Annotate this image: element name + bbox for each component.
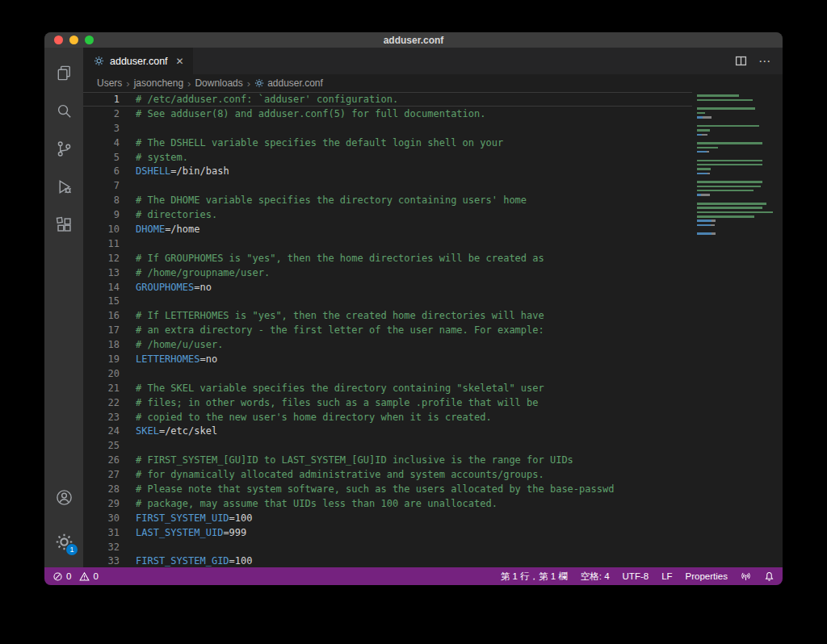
line-number[interactable]: 15 xyxy=(83,295,120,307)
split-editor-icon[interactable] xyxy=(735,55,747,67)
line-number[interactable]: 23 xyxy=(83,412,120,423)
cursor-position[interactable]: 第 1 行，第 1 欄 xyxy=(501,571,568,583)
line-number[interactable]: 20 xyxy=(83,368,120,379)
breadcrumb-item[interactable]: adduser.conf xyxy=(254,77,323,89)
code-line[interactable]: 8# The DHOME variable specifies the dire… xyxy=(83,193,783,207)
line-number[interactable]: 8 xyxy=(83,194,120,206)
close-window-button[interactable] xyxy=(54,36,63,44)
line-content: # FIRST_SYSTEM_[GU]ID to LAST_SYSTEM_[GU… xyxy=(136,454,573,466)
line-number[interactable]: 32 xyxy=(83,542,120,553)
line-number[interactable]: 7 xyxy=(83,180,120,191)
code-line[interactable]: 13# /home/groupname/user. xyxy=(83,266,783,280)
line-number[interactable]: 26 xyxy=(83,454,120,466)
extensions-icon[interactable] xyxy=(44,206,83,244)
line-number[interactable]: 22 xyxy=(83,397,120,408)
problems-indicator[interactable]: 0 0 xyxy=(52,571,99,582)
line-number[interactable]: 9 xyxy=(83,209,120,220)
code-line[interactable]: 23# copied to the new user's home direct… xyxy=(83,410,783,424)
line-content: # system. xyxy=(136,152,188,163)
line-number[interactable]: 2 xyxy=(83,108,120,119)
minimize-window-button[interactable] xyxy=(69,36,78,44)
indent-setting[interactable]: 空格: 4 xyxy=(581,571,610,583)
error-count: 0 xyxy=(66,571,71,581)
line-number[interactable]: 14 xyxy=(83,282,120,293)
code-line[interactable]: 30FIRST_SYSTEM_UID=100 xyxy=(83,511,783,525)
code-line[interactable]: 18# /home/u/user. xyxy=(83,337,783,352)
line-number[interactable]: 28 xyxy=(83,483,120,495)
line-number[interactable]: 33 xyxy=(83,555,120,567)
run-debug-icon[interactable] xyxy=(44,168,83,206)
line-number[interactable]: 30 xyxy=(83,512,120,524)
code-line[interactable]: 5# system. xyxy=(83,150,783,165)
code-line[interactable]: 26# FIRST_SYSTEM_[GU]ID to LAST_SYSTEM_[… xyxy=(83,453,783,467)
code-line[interactable]: 1# /etc/adduser.conf: `adduser' configur… xyxy=(83,92,783,107)
editor[interactable]: 1# /etc/adduser.conf: `adduser' configur… xyxy=(83,92,783,567)
code-line[interactable]: 20 xyxy=(83,366,783,381)
code-line[interactable]: 28# Please note that system software, su… xyxy=(83,482,783,496)
code-line[interactable]: 10DHOME=/home xyxy=(83,222,783,236)
code-line[interactable]: 24SKEL=/etc/skel xyxy=(83,424,783,438)
eol-setting[interactable]: LF xyxy=(661,571,672,581)
line-number[interactable]: 6 xyxy=(83,165,120,177)
breadcrumb-item[interactable]: Downloads xyxy=(195,77,242,89)
line-number[interactable]: 3 xyxy=(83,123,120,134)
code-line[interactable]: 7 xyxy=(83,178,783,193)
code-line[interactable]: 16# If LETTERHOMES is "yes", then the cr… xyxy=(83,308,783,323)
line-number[interactable]: 25 xyxy=(83,440,120,451)
code-line[interactable]: 32 xyxy=(83,540,783,554)
line-number[interactable]: 16 xyxy=(83,310,120,321)
line-number[interactable]: 12 xyxy=(83,253,120,264)
line-number[interactable]: 10 xyxy=(83,224,120,235)
settings-badge: 1 xyxy=(66,544,78,555)
code-line[interactable]: 6DSHELL=/bin/bash xyxy=(83,164,783,178)
bell-icon[interactable] xyxy=(764,571,775,582)
code-line[interactable]: 17# an extra directory - the first lette… xyxy=(83,323,783,337)
line-content: # If LETTERHOMES is "yes", then the crea… xyxy=(136,310,544,321)
tab-adduser-conf[interactable]: adduser.conf ✕ xyxy=(83,48,193,74)
code-line[interactable]: 29# package, may assume that UIDs less t… xyxy=(83,496,783,511)
breadcrumb-item[interactable]: jasoncheng xyxy=(134,77,183,89)
line-number[interactable]: 19 xyxy=(83,353,120,365)
line-number[interactable]: 31 xyxy=(83,527,120,538)
code-line[interactable]: 9# directories. xyxy=(83,207,783,222)
close-tab-icon[interactable]: ✕ xyxy=(176,56,184,67)
line-number[interactable]: 29 xyxy=(83,498,120,509)
settings-gear-icon[interactable]: 1 xyxy=(44,523,83,561)
code-line[interactable]: 14GROUPHOMES=no xyxy=(83,280,783,295)
code-line[interactable]: 33FIRST_SYSTEM_GID=100 xyxy=(83,554,783,568)
line-number[interactable]: 11 xyxy=(83,238,120,249)
line-number[interactable]: 5 xyxy=(83,152,120,163)
code-line[interactable]: 11 xyxy=(83,236,783,251)
code-line[interactable]: 25 xyxy=(83,438,783,453)
code-line[interactable]: 19LETTERHOMES=no xyxy=(83,352,783,366)
code-line[interactable]: 31LAST_SYSTEM_UID=999 xyxy=(83,525,783,540)
radio-tower-icon[interactable] xyxy=(741,571,751,582)
breadcrumb-item[interactable]: Users xyxy=(97,77,122,89)
source-control-icon[interactable] xyxy=(44,130,83,168)
line-number[interactable]: 27 xyxy=(83,469,120,480)
explorer-icon[interactable] xyxy=(44,54,83,92)
code-line[interactable]: 15 xyxy=(83,294,783,308)
code-line[interactable]: 22# files; in other words, files such as… xyxy=(83,395,783,410)
code-line[interactable]: 12# If GROUPHOMES is "yes", then the hom… xyxy=(83,251,783,266)
encoding[interactable]: UTF-8 xyxy=(623,571,649,581)
search-icon[interactable] xyxy=(44,92,83,130)
line-number[interactable]: 1 xyxy=(83,94,120,105)
line-number[interactable]: 18 xyxy=(83,339,120,350)
code-line[interactable]: 4# The DSHELL variable specifies the def… xyxy=(83,136,783,150)
zoom-window-button[interactable] xyxy=(85,36,94,44)
line-number[interactable]: 24 xyxy=(83,425,120,437)
line-number[interactable]: 13 xyxy=(83,267,120,278)
line-number[interactable]: 21 xyxy=(83,383,120,394)
minimap[interactable] xyxy=(692,92,783,567)
line-content: FIRST_SYSTEM_UID=100 xyxy=(136,512,253,524)
code-line[interactable]: 3 xyxy=(83,121,783,136)
line-number[interactable]: 17 xyxy=(83,324,120,336)
language-mode[interactable]: Properties xyxy=(686,571,728,581)
account-icon[interactable] xyxy=(44,479,83,516)
more-actions-icon[interactable]: ⋯ xyxy=(758,54,771,69)
line-number[interactable]: 4 xyxy=(83,137,120,148)
code-line[interactable]: 21# The SKEL variable specifies the dire… xyxy=(83,381,783,395)
code-line[interactable]: 27# for dynamically allocated administra… xyxy=(83,467,783,482)
code-line[interactable]: 2# See adduser(8) and adduser.conf(5) fo… xyxy=(83,107,783,121)
